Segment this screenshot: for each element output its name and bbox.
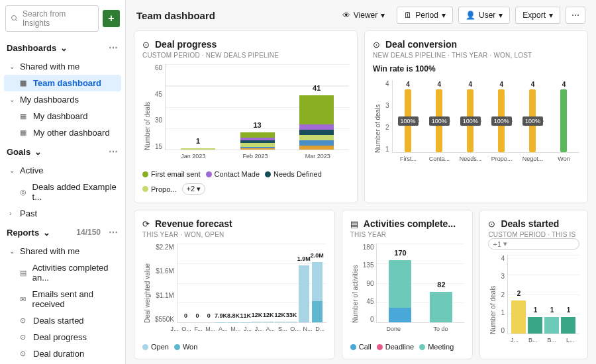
- sidebar-goals-active[interactable]: ⌄Active: [0, 162, 125, 179]
- y-axis-label: Deal weighted value: [142, 244, 152, 323]
- card-deals-started: ⊙Deals started CUSTOM PERIOD · THIS IS +…: [479, 210, 588, 359]
- report-icon: ⊙: [20, 349, 29, 358]
- calendar-icon: ▤: [350, 219, 358, 229]
- sidebar-goal-deals[interactable]: ◎Deals added Example t...: [0, 179, 125, 205]
- sidebar-goals-past[interactable]: ›Past: [0, 205, 125, 222]
- legend-item: Open: [142, 343, 169, 351]
- report-icon: ⊙: [20, 316, 29, 325]
- legend-item: Needs Defined: [265, 170, 322, 178]
- card-deal-conversion: ⊙Deal conversion NEW DEALS PIPELINE · TH…: [364, 30, 588, 203]
- chevron-down-icon: ⌄: [34, 147, 42, 157]
- card-subtitle: CUSTOM PERIOD · THIS IS +1▾: [488, 231, 579, 250]
- period-dropdown[interactable]: 🗓Period▾: [397, 7, 453, 24]
- dashboards-heading[interactable]: Dashboards: [7, 43, 56, 53]
- more-icon[interactable]: ⋯: [109, 146, 119, 157]
- legend-item: First email sent: [142, 170, 201, 178]
- more-filters-pill[interactable]: +1▾: [488, 238, 579, 250]
- report-icon: ✉: [20, 295, 28, 304]
- more-legend-pill[interactable]: +2 ▾: [182, 183, 206, 195]
- sidebar-report-item[interactable]: ⊙Deal duration: [0, 345, 125, 362]
- dollar-icon: ⊙: [488, 219, 495, 229]
- sidebar-team-dashboard[interactable]: ▦Team dashboard: [4, 75, 121, 91]
- dollar-icon: ⊙: [373, 40, 380, 50]
- dollar-icon: ⊙: [142, 40, 150, 50]
- y-axis-label: Number of deals: [488, 255, 498, 334]
- more-icon[interactable]: ⋯: [109, 42, 119, 53]
- search-input[interactable]: Search from Insights: [5, 5, 99, 32]
- card-subtitle: NEW DEALS PIPELINE · THIS YEAR · WON, LO…: [373, 52, 579, 59]
- dashboard-icon: ▦: [20, 128, 29, 137]
- y-axis-label: Number of deals: [142, 64, 152, 150]
- sidebar-shared-with-me[interactable]: ⌄Shared with me: [0, 58, 125, 75]
- chevron-down-icon: ▾: [499, 11, 503, 20]
- target-icon: ◎: [20, 188, 28, 197]
- sidebar-my-other-dashboard[interactable]: ▦My other dashboard: [0, 124, 125, 141]
- legend-item: Call: [350, 343, 372, 351]
- report-icon: ⊙: [20, 333, 29, 341]
- chevron-down-icon: ⌄: [43, 228, 50, 238]
- sidebar-reports-shared[interactable]: ⌄Shared with me: [0, 243, 125, 259]
- chevron-down-icon: ▾: [381, 11, 385, 20]
- legend-item: Contact Made: [206, 170, 260, 178]
- legend-item: Meeting: [419, 343, 454, 351]
- forecast-icon: ⟳: [142, 219, 150, 229]
- topbar: Team dashboard 👁Viewer▾ 🗓Period▾ 👤User▾ …: [126, 0, 596, 30]
- sidebar-report-item[interactable]: ⊙Deal progress: [0, 329, 125, 345]
- card-revenue-forecast: ⟳Revenue forecast THIS YEAR · WON, OPEN …: [134, 210, 335, 359]
- more-icon[interactable]: ⋯: [109, 227, 119, 238]
- sidebar: Search from Insights + Dashboards⌄ ⋯ ⌄Sh…: [0, 0, 126, 364]
- eye-icon: 👁: [342, 11, 350, 20]
- sidebar-my-dashboards[interactable]: ⌄My dashboards: [0, 91, 125, 108]
- sidebar-my-dashboard[interactable]: ▦My dashboard: [0, 108, 125, 124]
- user-icon: 👤: [466, 11, 475, 20]
- add-button[interactable]: +: [103, 10, 120, 27]
- dashboard-icon: ▦: [20, 112, 29, 120]
- goals-heading[interactable]: Goals: [7, 147, 30, 157]
- reports-count: 14/150: [76, 228, 101, 237]
- card-title: Revenue forecast: [155, 218, 232, 229]
- export-button[interactable]: Export▾: [515, 7, 560, 24]
- more-button[interactable]: ⋯: [566, 7, 585, 24]
- legend-item: Deadline: [377, 343, 414, 351]
- svg-line-1: [16, 20, 18, 22]
- card-subtitle: CUSTOM PERIOD · NEW DEALS PIPELINE: [142, 52, 349, 59]
- y-axis-label: Number of deals: [373, 80, 383, 153]
- card-subtitle: THIS YEAR · WON, OPEN: [142, 231, 326, 238]
- card-title: Deals started: [501, 218, 559, 229]
- chevron-down-icon: ▾: [442, 11, 446, 20]
- user-dropdown[interactable]: 👤User▾: [458, 7, 510, 24]
- dashboard-icon: ▦: [20, 79, 29, 87]
- win-rate-note: Win rate is 100%: [373, 64, 579, 73]
- legend-item: Propo...: [142, 185, 177, 193]
- sidebar-report-item[interactable]: ✉Emails sent and received: [0, 286, 125, 312]
- search-placeholder: Search from Insights: [23, 9, 93, 28]
- card-title: Activities complete...: [364, 218, 456, 229]
- card-activities: ▤Activities complete... THIS YEAR Number…: [342, 210, 473, 359]
- card-deal-progress: ⊙Deal progress CUSTOM PERIOD · NEW DEALS…: [134, 30, 358, 203]
- reports-heading[interactable]: Reports: [7, 228, 39, 238]
- card-title: Deal progress: [155, 39, 217, 50]
- card-subtitle: THIS YEAR: [350, 231, 465, 238]
- search-icon: [11, 15, 19, 23]
- viewer-dropdown[interactable]: 👁Viewer▾: [336, 7, 391, 23]
- sidebar-report-item[interactable]: ⊙Deals started: [0, 312, 125, 329]
- calendar-icon: 🗓: [404, 11, 412, 20]
- chevron-down-icon: ▾: [549, 11, 553, 20]
- svg-point-0: [12, 16, 17, 21]
- y-axis-label: Number of activities: [350, 244, 360, 323]
- page-title: Team dashboard: [136, 10, 215, 21]
- sidebar-report-item[interactable]: ▤Activities completed an...: [0, 259, 125, 286]
- report-icon: ▤: [20, 269, 28, 277]
- chevron-down-icon: ⌄: [60, 43, 68, 53]
- legend-item: Won: [174, 343, 197, 351]
- card-title: Deal conversion: [385, 39, 457, 50]
